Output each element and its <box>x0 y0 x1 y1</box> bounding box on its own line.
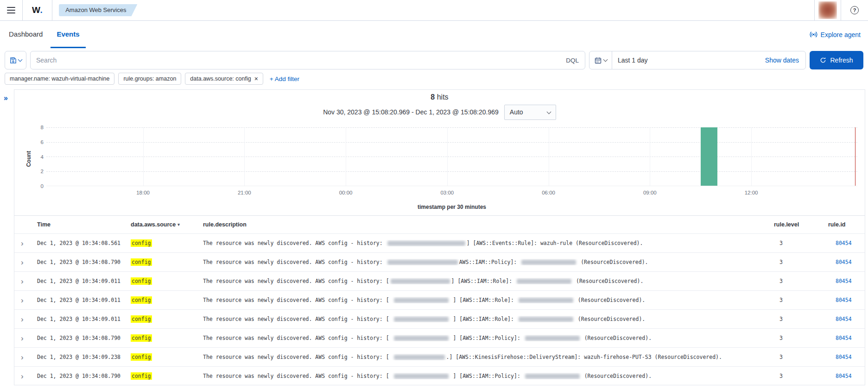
expand-row-icon[interactable]: › <box>21 372 24 381</box>
redacted-text <box>519 317 573 322</box>
explore-agent-link[interactable]: Explore agent <box>810 21 868 48</box>
filter-pill-label: manager.name: wazuh-virtual-machine <box>10 75 109 82</box>
time-cell: Dec 1, 2023 @ 10:34:09.011 <box>37 278 131 284</box>
expand-row-icon[interactable]: › <box>21 277 24 286</box>
column-header-level[interactable]: rule.level <box>774 221 828 228</box>
calendar-button[interactable] <box>589 51 612 69</box>
description-cell: The resource was newly discovered. AWS c… <box>203 373 774 379</box>
description-cell: The resource was newly discovered. AWS c… <box>203 354 774 360</box>
column-header-time[interactable]: Time <box>37 221 131 228</box>
menu-icon[interactable] <box>0 0 22 20</box>
table-row: ›Dec 1, 2023 @ 10:34:09.011configThe res… <box>14 290 865 309</box>
save-icon <box>10 57 17 64</box>
x-tick-label: 18:00 <box>129 189 157 196</box>
events-table: Time data.aws.source▾ rule.description r… <box>14 215 865 385</box>
table-row: ›Dec 1, 2023 @ 10:34:08.790configThe res… <box>14 328 865 347</box>
time-cell: Dec 1, 2023 @ 10:34:09.011 <box>37 316 131 322</box>
close-filter-icon[interactable]: × <box>254 76 258 81</box>
rule-level-value: 3 <box>774 278 783 284</box>
rule-id-link[interactable]: 80454 <box>828 278 852 284</box>
source-cell: config <box>131 316 203 322</box>
rule-id-link[interactable]: 80454 <box>828 316 852 322</box>
source-cell: config <box>131 335 203 341</box>
filter-bar: manager.name: wazuh-virtual-machinerule.… <box>5 73 863 85</box>
id-cell: 80454 <box>828 335 865 341</box>
time-cell: Dec 1, 2023 @ 10:34:08.790 <box>37 259 131 265</box>
save-query-button[interactable] <box>5 51 26 69</box>
expand-row-icon[interactable]: › <box>21 296 24 305</box>
column-header-description[interactable]: rule.description <box>203 221 774 228</box>
query-language-button[interactable]: DQL <box>560 57 585 64</box>
expand-row-icon[interactable]: › <box>21 334 24 343</box>
rule-level-value: 3 <box>774 240 783 246</box>
description-cell: The resource was newly discovered. AWS c… <box>203 259 774 265</box>
rule-id-link[interactable]: 80454 <box>828 335 852 341</box>
redacted-text <box>394 336 449 341</box>
expand-row-icon[interactable]: › <box>21 315 24 324</box>
search-input[interactable] <box>31 56 560 64</box>
chevron-down-icon <box>546 109 551 114</box>
help-icon[interactable]: ? <box>850 6 859 14</box>
y-tick-label: 6 <box>34 139 44 145</box>
filter-pill[interactable]: manager.name: wazuh-virtual-machine <box>5 73 114 85</box>
x-gridline <box>143 127 144 186</box>
id-cell: 80454 <box>828 240 865 246</box>
histogram-bar[interactable] <box>701 127 717 186</box>
x-tick-label: 12:00 <box>737 189 765 196</box>
expand-row-icon[interactable]: › <box>21 353 24 362</box>
breadcrumb[interactable]: Amazon Web Services <box>59 4 137 16</box>
highlighted-value: config <box>131 239 152 247</box>
id-cell: 80454 <box>828 373 865 379</box>
chevron-down-icon <box>603 57 608 62</box>
y-gridline <box>46 157 857 157</box>
expand-cell: › <box>14 372 37 380</box>
tab-dashboard[interactable]: Dashboard <box>3 21 49 48</box>
rule-id-link[interactable]: 80454 <box>828 259 852 265</box>
x-tick-label: 06:00 <box>535 189 563 196</box>
interval-select[interactable]: Auto <box>504 105 556 120</box>
rule-id-link[interactable]: 80454 <box>828 297 852 303</box>
time-cell: Dec 1, 2023 @ 10:34:08.790 <box>37 335 131 341</box>
histogram-section: 8 hits Nov 30, 2023 @ 15:08:20.969 - Dec… <box>14 90 865 215</box>
highlighted-value: config <box>131 277 152 285</box>
table-row: ›Dec 1, 2023 @ 10:34:09.011configThe res… <box>14 309 865 328</box>
time-cell: Dec 1, 2023 @ 10:34:09.011 <box>37 297 131 303</box>
avatar[interactable] <box>815 0 841 20</box>
level-cell: 3 <box>774 316 828 322</box>
broadcast-icon <box>810 31 817 38</box>
date-picker: Last 1 day Show dates <box>589 51 806 69</box>
redacted-text <box>387 260 458 265</box>
expand-cell: › <box>14 277 37 285</box>
refresh-button[interactable]: Refresh <box>810 51 863 69</box>
expand-row-icon[interactable]: › <box>21 258 24 267</box>
expand-row-icon[interactable]: › <box>21 239 24 248</box>
expand-cell: › <box>14 239 37 247</box>
filter-pill[interactable]: data.aws.source: config× <box>185 73 263 85</box>
show-dates-link[interactable]: Show dates <box>765 56 805 64</box>
y-tick-label: 2 <box>34 168 44 175</box>
source-cell: config <box>131 354 203 360</box>
wazuh-logo[interactable]: W. <box>23 5 52 15</box>
tab-events[interactable]: Events <box>51 21 85 48</box>
redacted-text <box>525 374 580 379</box>
table-row: ›Dec 1, 2023 @ 10:34:09.011configThe res… <box>14 271 865 290</box>
column-header-source[interactable]: data.aws.source▾ <box>131 221 203 228</box>
source-cell: config <box>131 297 203 303</box>
y-axis-title: Count <box>25 138 32 180</box>
column-header-id[interactable]: rule.id <box>828 221 865 228</box>
redacted-text <box>517 279 571 284</box>
divider <box>841 0 841 20</box>
table-row: ›Dec 1, 2023 @ 10:34:08.561configThe res… <box>14 233 865 252</box>
table-row: ›Dec 1, 2023 @ 10:34:08.790configThe res… <box>14 366 865 385</box>
collapse-histogram-icon[interactable]: » <box>4 94 8 102</box>
rule-id-link[interactable]: 80454 <box>828 354 852 360</box>
date-range-value[interactable]: Last 1 day <box>612 56 648 64</box>
add-filter-button[interactable]: + Add filter <box>270 75 299 82</box>
filter-pill[interactable]: rule.groups: amazon <box>118 73 181 85</box>
tabs: DashboardEvents <box>3 21 86 48</box>
x-tick-label: 03:00 <box>433 189 461 196</box>
rule-id-link[interactable]: 80454 <box>828 373 852 379</box>
rule-id-link[interactable]: 80454 <box>828 240 852 246</box>
expand-cell: › <box>14 258 37 266</box>
search-box: DQL <box>30 51 585 69</box>
